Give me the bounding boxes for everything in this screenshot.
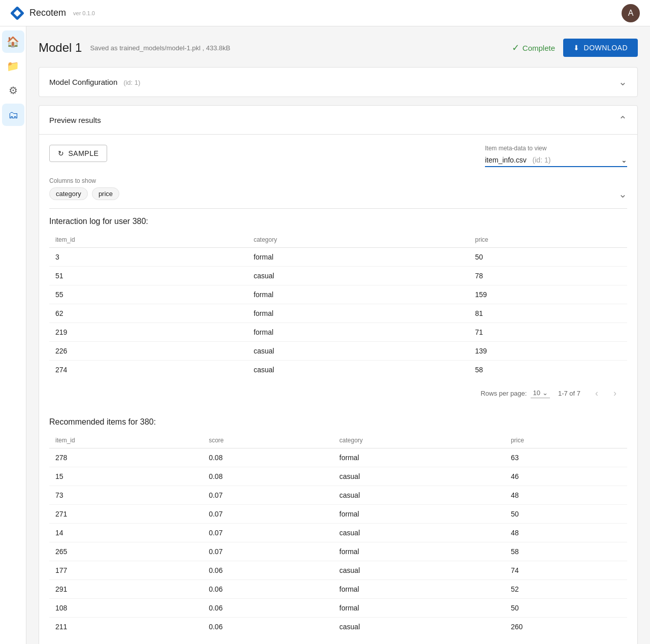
chevron-up-icon: ⌃: [619, 114, 627, 126]
sidebar-item-calculator[interactable]: 🗂: [2, 104, 24, 126]
recommended-section: Recommended items for 380: item_id score…: [49, 417, 627, 644]
table-cell: 71: [469, 323, 627, 342]
table-cell: 278: [49, 448, 203, 467]
interaction-log-title: Interaction log for user 380:: [49, 217, 627, 226]
columns-label: Columns to show: [49, 177, 627, 184]
table-cell: 73: [49, 486, 203, 505]
preview-results-header[interactable]: Preview results ⌃: [39, 106, 637, 135]
interaction-log-tbody: 3formal5051casual7855formal15962formal81…: [49, 248, 627, 379]
rec-col-category: category: [333, 433, 505, 448]
table-cell: 0.07: [203, 524, 333, 542]
page-title: Model 1: [39, 41, 82, 55]
table-cell: 63: [505, 448, 627, 467]
interaction-pagination: Rows per page: 10 ⌄ 1-7 of 7 ‹ ›: [49, 379, 627, 407]
table-cell: formal: [333, 448, 505, 467]
chip-category[interactable]: category: [49, 187, 88, 200]
columns-section: Columns to show category price ⌄: [49, 177, 627, 200]
columns-chevron-icon[interactable]: ⌄: [619, 188, 627, 200]
table-cell: casual: [247, 342, 469, 361]
table-row: 55formal159: [49, 285, 627, 304]
recommended-next-button[interactable]: ›: [607, 642, 623, 644]
model-config-header[interactable]: Model Configuration (id: 1) ⌄: [39, 68, 637, 96]
dropdown-chevron-icon: ⌄: [621, 156, 627, 164]
table-cell: 50: [469, 248, 627, 267]
download-label: DOWNLOAD: [584, 44, 628, 52]
table-cell: 0.07: [203, 542, 333, 561]
divider: [49, 208, 627, 209]
chevron-down-icon: ⌄: [619, 76, 627, 88]
model-config-id: (id: 1): [123, 79, 140, 86]
table-cell: 271: [49, 505, 203, 524]
recommended-page-nav: ‹ ›: [589, 642, 623, 644]
meta-label: Item meta-data to view: [485, 145, 627, 152]
table-cell: 0.08: [203, 448, 333, 467]
table-row: 2650.07formal58: [49, 542, 627, 561]
layout: 🏠 📁 ⚙ 🗂 Model 1 Saved as trained_models/…: [0, 26, 650, 644]
table-cell: 226: [49, 342, 247, 361]
table-cell: 50: [505, 599, 627, 618]
table-cell: casual: [333, 467, 505, 486]
table-cell: casual: [333, 524, 505, 542]
download-button[interactable]: ⬇ DOWNLOAD: [563, 39, 638, 57]
table-cell: formal: [333, 580, 505, 599]
recommended-thead: item_id score category price: [49, 433, 627, 448]
folder-icon: 📁: [7, 60, 19, 72]
table-row: 274casual58: [49, 361, 627, 379]
meta-select-value: item_info.csv (id: 1): [485, 156, 550, 164]
interaction-next-button[interactable]: ›: [607, 385, 623, 401]
table-cell: 74: [505, 561, 627, 580]
table-cell: 0.06: [203, 599, 333, 618]
interaction-rows-select[interactable]: 10 ⌄: [531, 388, 549, 398]
recommended-prev-button[interactable]: ‹: [589, 642, 605, 644]
table-cell: 0.06: [203, 580, 333, 599]
interaction-log-header-row: item_id category price: [49, 232, 627, 248]
table-cell: 211: [49, 618, 203, 636]
interaction-rows-value: 10: [533, 389, 540, 397]
table-cell: casual: [247, 267, 469, 285]
chip-price[interactable]: price: [92, 187, 119, 200]
table-cell: 139: [469, 342, 627, 361]
table-cell: 219: [49, 323, 247, 342]
table-cell: 0.07: [203, 486, 333, 505]
table-cell: 265: [49, 542, 203, 561]
interaction-prev-button[interactable]: ‹: [589, 385, 605, 401]
table-cell: 260: [505, 618, 627, 636]
table-cell: 0.06: [203, 561, 333, 580]
sidebar-item-tune[interactable]: ⚙: [2, 79, 24, 102]
table-cell: 58: [505, 542, 627, 561]
sample-button[interactable]: ↻ SAMPLE: [49, 145, 107, 162]
rec-col-item-id: item_id: [49, 433, 203, 448]
app-name: Recotem: [29, 8, 66, 18]
calculator-icon: 🗂: [8, 109, 18, 121]
col-price: price: [469, 232, 627, 248]
interaction-log-section: Interaction log for user 380: item_id ca…: [49, 217, 627, 407]
sidebar-item-home[interactable]: 🏠: [2, 30, 24, 53]
table-cell: 48: [505, 486, 627, 505]
preview-results-card: Preview results ⌃ ↻ SAMPLE Item meta-dat…: [39, 105, 638, 644]
table-cell: casual: [333, 618, 505, 636]
recommended-pagination: Rows per page: 10 ⌄ 1-10 of 20 ‹ ›: [49, 636, 627, 644]
table-cell: 58: [469, 361, 627, 379]
table-row: 2780.08formal63: [49, 448, 627, 467]
meta-select-dropdown[interactable]: item_info.csv (id: 1) ⌄: [485, 154, 627, 167]
table-cell: formal: [247, 285, 469, 304]
table-cell: 14: [49, 524, 203, 542]
recommended-table: item_id score category price 2780.08form…: [49, 433, 627, 636]
sidebar-item-folder[interactable]: 📁: [2, 55, 24, 77]
status-label: Complete: [523, 44, 555, 52]
table-cell: casual: [333, 486, 505, 505]
main-content: Model 1 Saved as trained_models/model-1.…: [26, 26, 650, 644]
table-row: 1770.06casual74: [49, 561, 627, 580]
avatar[interactable]: A: [622, 4, 640, 22]
table-cell: 159: [469, 285, 627, 304]
table-cell: formal: [247, 304, 469, 323]
model-config-card: Model Configuration (id: 1) ⌄: [39, 67, 638, 97]
recommended-header-row: item_id score category price: [49, 433, 627, 448]
table-row: 2110.06casual260: [49, 618, 627, 636]
recommended-title: Recommended items for 380:: [49, 417, 627, 427]
table-cell: 0.06: [203, 618, 333, 636]
table-cell: 274: [49, 361, 247, 379]
table-cell: casual: [247, 361, 469, 379]
model-config-title-group: Model Configuration (id: 1): [49, 78, 140, 86]
interaction-log-table: item_id category price 3formal5051casual…: [49, 232, 627, 379]
